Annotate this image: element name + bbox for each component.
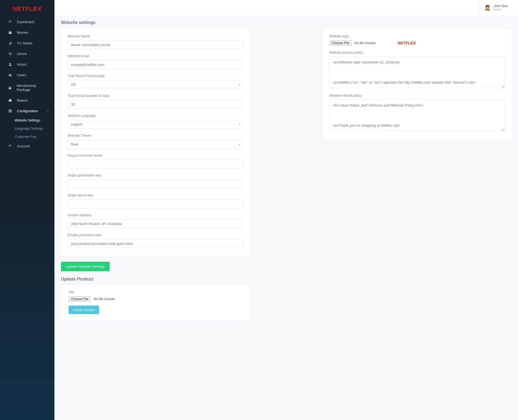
main-content: Website settings Website Name Website Em… [54, 0, 518, 331]
sidebar-item-label: Actors [17, 62, 27, 66]
sub-item-website-settings[interactable]: Website Settings [0, 116, 54, 124]
language-label: Website Language [68, 114, 243, 118]
sidebar-item-account[interactable]: Account [0, 141, 54, 151]
settings-card-left: Website Name Website Email Trial Period … [61, 29, 250, 256]
topbar: 🤵 John Doe Admin [54, 0, 518, 15]
sidebar-item-actors[interactable]: Actors [0, 59, 54, 70]
sidebar-item-label: Movies [17, 31, 28, 35]
sub-item-customer-faq[interactable]: Customer Faq [0, 133, 54, 141]
briefcase-icon [8, 98, 13, 102]
trial-days-label: Trial Period Number of days [68, 94, 243, 98]
speedometer-icon [8, 20, 13, 24]
sidebar-item-label: Genre [17, 52, 27, 56]
sidebar-item-dashboard[interactable]: Dashboard [0, 17, 54, 27]
choose-file-button-update[interactable]: Choose File [69, 296, 91, 302]
grid-icon [8, 109, 13, 113]
sub-item-language-settings[interactable]: Language Settings [0, 124, 54, 133]
brand-logo: NETFLEX [0, 0, 54, 17]
film-icon [8, 31, 13, 35]
sidebar-item-label: Configuration [17, 109, 38, 113]
person-icon [8, 62, 13, 66]
sidebar-item-label: Report [17, 98, 27, 102]
sidebar-item-membership[interactable]: Membership Package [0, 80, 54, 95]
update-product-title: Update Product [61, 277, 250, 282]
trial-days-input[interactable] [68, 100, 243, 109]
file-label: File [69, 290, 242, 294]
sidebar-item-label: TV Series [17, 41, 32, 45]
website-name-input[interactable] [68, 40, 243, 49]
sidebar-item-tvseries[interactable]: TV Series [0, 38, 54, 48]
logo-preview: NETFLEX [398, 41, 416, 45]
page-title: Website settings [61, 20, 511, 25]
privacy-label: Website privacy policy [329, 51, 505, 54]
envato-label: Envato purchase code [68, 233, 243, 237]
sidebar: NETFLEX Dashboard Movies TV Series Genre… [0, 0, 54, 331]
invoice-input[interactable] [68, 219, 243, 228]
trial-fn-select[interactable]: Off [68, 80, 243, 89]
gear-icon [8, 41, 13, 45]
refund-textarea[interactable] [329, 100, 505, 131]
speedometer-icon [8, 144, 13, 148]
avatar-icon: 🤵 [485, 5, 491, 11]
sidebar-item-movies[interactable]: Movies [0, 27, 54, 38]
sidebar-item-configuration[interactable]: Configuration ⌄ [0, 106, 54, 116]
choose-file-button-logo[interactable]: Choose File [329, 40, 352, 46]
sidebar-item-users[interactable]: Users [0, 70, 54, 80]
sidebar-item-report[interactable]: Report [0, 95, 54, 106]
update-settings-button[interactable]: Update Website Settings [61, 262, 110, 271]
invoice-label: Invoice address [68, 213, 243, 217]
sidebar-item-genre[interactable]: Genre [0, 48, 54, 59]
stripe-pub-label: Stripe publishable key [68, 174, 243, 177]
website-email-input[interactable] [68, 60, 243, 69]
sidebar-item-label: Account [17, 144, 30, 148]
list-icon [8, 52, 13, 56]
file-status-update: No file chosen [94, 297, 115, 301]
envato-input[interactable] [68, 239, 243, 248]
stripe-sec-label: Stripe secret key [68, 193, 243, 197]
people-icon [8, 73, 13, 77]
website-name-label: Website Name [68, 34, 243, 38]
stripe-pub-input[interactable] [68, 179, 243, 188]
update-product-card: File Choose File No file chosen Install … [61, 285, 250, 321]
settings-card-right: Website logo Choose File No file chosen … [323, 29, 511, 139]
paypal-label: Paypal merchant email [68, 154, 243, 157]
user-role: Admin [494, 8, 508, 11]
theme-label: Website Theme [68, 134, 243, 138]
file-status-logo: No file chosen [354, 41, 376, 45]
trial-fn-label: Trial Period Functionality [68, 74, 243, 78]
stripe-sec-input[interactable] [68, 199, 243, 208]
sidebar-item-label: Dashboard [17, 20, 34, 24]
install-update-button[interactable]: Install Update [69, 306, 99, 314]
refund-label: Website refund policy [329, 94, 505, 98]
sidebar-item-label: Users [17, 73, 26, 77]
brand-text: NETFLEX [13, 5, 42, 12]
package-icon [8, 86, 12, 90]
user-name: John Doe [494, 4, 508, 8]
user-menu[interactable]: 🤵 John Doe Admin [479, 0, 513, 15]
language-select[interactable]: english [68, 120, 243, 129]
paypal-input[interactable] [68, 160, 243, 169]
website-email-label: Website Email [68, 54, 243, 58]
privacy-textarea[interactable] [329, 57, 505, 88]
chevron-down-icon: ⌄ [47, 109, 49, 112]
theme-select[interactable]: flixer [68, 140, 243, 149]
sidebar-item-label: Membership Package [17, 84, 49, 92]
logo-label: Website logo [329, 34, 505, 38]
